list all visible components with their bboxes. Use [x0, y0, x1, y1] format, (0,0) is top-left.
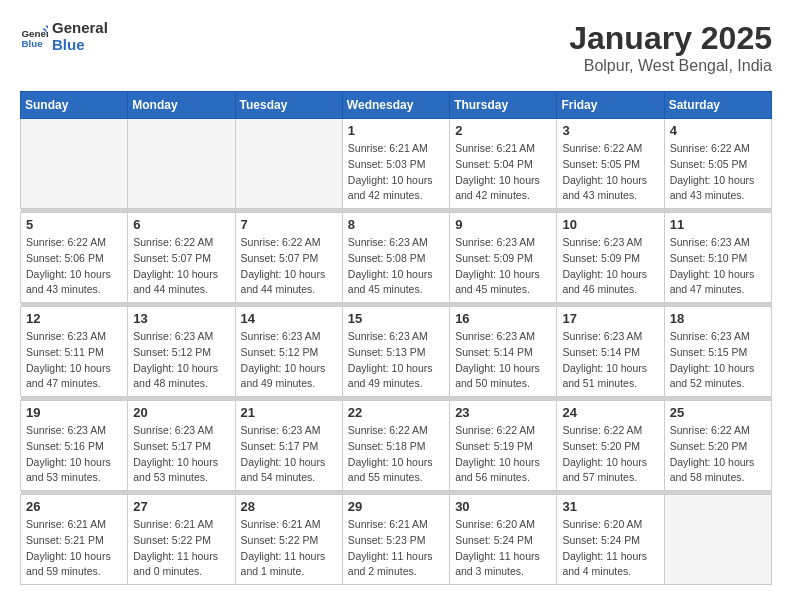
day-info: Sunrise: 6:22 AMSunset: 5:05 PMDaylight:…	[670, 141, 766, 204]
day-number: 14	[241, 311, 337, 326]
day-number: 19	[26, 405, 122, 420]
day-info: Sunrise: 6:23 AMSunset: 5:11 PMDaylight:…	[26, 329, 122, 392]
day-info: Sunrise: 6:21 AMSunset: 5:03 PMDaylight:…	[348, 141, 444, 204]
header-monday: Monday	[128, 92, 235, 119]
table-row: 24Sunrise: 6:22 AMSunset: 5:20 PMDayligh…	[557, 401, 664, 491]
day-info: Sunrise: 6:21 AMSunset: 5:22 PMDaylight:…	[133, 517, 229, 580]
day-number: 9	[455, 217, 551, 232]
table-row: 22Sunrise: 6:22 AMSunset: 5:18 PMDayligh…	[342, 401, 449, 491]
location-title: Bolpur, West Bengal, India	[569, 57, 772, 75]
table-row: 1Sunrise: 6:21 AMSunset: 5:03 PMDaylight…	[342, 119, 449, 209]
day-number: 11	[670, 217, 766, 232]
table-row: 7Sunrise: 6:22 AMSunset: 5:07 PMDaylight…	[235, 213, 342, 303]
day-info: Sunrise: 6:22 AMSunset: 5:18 PMDaylight:…	[348, 423, 444, 486]
table-row	[664, 495, 771, 585]
table-row: 9Sunrise: 6:23 AMSunset: 5:09 PMDaylight…	[450, 213, 557, 303]
day-info: Sunrise: 6:23 AMSunset: 5:15 PMDaylight:…	[670, 329, 766, 392]
day-info: Sunrise: 6:22 AMSunset: 5:20 PMDaylight:…	[670, 423, 766, 486]
day-number: 23	[455, 405, 551, 420]
day-info: Sunrise: 6:22 AMSunset: 5:07 PMDaylight:…	[133, 235, 229, 298]
day-number: 6	[133, 217, 229, 232]
header-wednesday: Wednesday	[342, 92, 449, 119]
day-number: 31	[562, 499, 658, 514]
calendar-header-row: Sunday Monday Tuesday Wednesday Thursday…	[21, 92, 772, 119]
table-row: 26Sunrise: 6:21 AMSunset: 5:21 PMDayligh…	[21, 495, 128, 585]
table-row: 30Sunrise: 6:20 AMSunset: 5:24 PMDayligh…	[450, 495, 557, 585]
header-friday: Friday	[557, 92, 664, 119]
day-number: 15	[348, 311, 444, 326]
day-info: Sunrise: 6:21 AMSunset: 5:22 PMDaylight:…	[241, 517, 337, 580]
day-info: Sunrise: 6:22 AMSunset: 5:05 PMDaylight:…	[562, 141, 658, 204]
table-row: 21Sunrise: 6:23 AMSunset: 5:17 PMDayligh…	[235, 401, 342, 491]
day-number: 10	[562, 217, 658, 232]
logo-text-blue: Blue	[52, 36, 85, 53]
day-info: Sunrise: 6:22 AMSunset: 5:19 PMDaylight:…	[455, 423, 551, 486]
day-number: 21	[241, 405, 337, 420]
page-header: General Blue General Blue January 2025 B…	[20, 20, 772, 75]
table-row: 25Sunrise: 6:22 AMSunset: 5:20 PMDayligh…	[664, 401, 771, 491]
day-info: Sunrise: 6:21 AMSunset: 5:23 PMDaylight:…	[348, 517, 444, 580]
logo-icon: General Blue	[20, 23, 48, 51]
table-row: 3Sunrise: 6:22 AMSunset: 5:05 PMDaylight…	[557, 119, 664, 209]
day-number: 16	[455, 311, 551, 326]
day-number: 13	[133, 311, 229, 326]
logo-text-general: General	[52, 19, 108, 36]
day-number: 2	[455, 123, 551, 138]
day-info: Sunrise: 6:23 AMSunset: 5:14 PMDaylight:…	[455, 329, 551, 392]
header-sunday: Sunday	[21, 92, 128, 119]
day-info: Sunrise: 6:23 AMSunset: 5:17 PMDaylight:…	[241, 423, 337, 486]
day-number: 7	[241, 217, 337, 232]
day-info: Sunrise: 6:22 AMSunset: 5:07 PMDaylight:…	[241, 235, 337, 298]
day-info: Sunrise: 6:23 AMSunset: 5:08 PMDaylight:…	[348, 235, 444, 298]
table-row: 19Sunrise: 6:23 AMSunset: 5:16 PMDayligh…	[21, 401, 128, 491]
table-row: 10Sunrise: 6:23 AMSunset: 5:09 PMDayligh…	[557, 213, 664, 303]
table-row: 23Sunrise: 6:22 AMSunset: 5:19 PMDayligh…	[450, 401, 557, 491]
day-info: Sunrise: 6:21 AMSunset: 5:04 PMDaylight:…	[455, 141, 551, 204]
day-number: 12	[26, 311, 122, 326]
table-row: 31Sunrise: 6:20 AMSunset: 5:24 PMDayligh…	[557, 495, 664, 585]
table-row: 12Sunrise: 6:23 AMSunset: 5:11 PMDayligh…	[21, 307, 128, 397]
day-number: 4	[670, 123, 766, 138]
day-info: Sunrise: 6:23 AMSunset: 5:12 PMDaylight:…	[133, 329, 229, 392]
day-number: 27	[133, 499, 229, 514]
day-info: Sunrise: 6:23 AMSunset: 5:09 PMDaylight:…	[455, 235, 551, 298]
day-number: 17	[562, 311, 658, 326]
table-row: 8Sunrise: 6:23 AMSunset: 5:08 PMDaylight…	[342, 213, 449, 303]
table-row: 17Sunrise: 6:23 AMSunset: 5:14 PMDayligh…	[557, 307, 664, 397]
day-info: Sunrise: 6:20 AMSunset: 5:24 PMDaylight:…	[455, 517, 551, 580]
day-number: 1	[348, 123, 444, 138]
logo: General Blue General Blue	[20, 20, 108, 53]
table-row: 29Sunrise: 6:21 AMSunset: 5:23 PMDayligh…	[342, 495, 449, 585]
day-info: Sunrise: 6:23 AMSunset: 5:09 PMDaylight:…	[562, 235, 658, 298]
table-row: 6Sunrise: 6:22 AMSunset: 5:07 PMDaylight…	[128, 213, 235, 303]
calendar-week-row: 1Sunrise: 6:21 AMSunset: 5:03 PMDaylight…	[21, 119, 772, 209]
day-number: 28	[241, 499, 337, 514]
table-row: 2Sunrise: 6:21 AMSunset: 5:04 PMDaylight…	[450, 119, 557, 209]
day-info: Sunrise: 6:23 AMSunset: 5:14 PMDaylight:…	[562, 329, 658, 392]
day-number: 25	[670, 405, 766, 420]
table-row: 13Sunrise: 6:23 AMSunset: 5:12 PMDayligh…	[128, 307, 235, 397]
table-row	[128, 119, 235, 209]
table-row: 11Sunrise: 6:23 AMSunset: 5:10 PMDayligh…	[664, 213, 771, 303]
day-info: Sunrise: 6:23 AMSunset: 5:12 PMDaylight:…	[241, 329, 337, 392]
calendar-table: Sunday Monday Tuesday Wednesday Thursday…	[20, 91, 772, 585]
table-row: 20Sunrise: 6:23 AMSunset: 5:17 PMDayligh…	[128, 401, 235, 491]
day-number: 8	[348, 217, 444, 232]
table-row: 27Sunrise: 6:21 AMSunset: 5:22 PMDayligh…	[128, 495, 235, 585]
day-number: 18	[670, 311, 766, 326]
calendar-week-row: 5Sunrise: 6:22 AMSunset: 5:06 PMDaylight…	[21, 213, 772, 303]
table-row: 28Sunrise: 6:21 AMSunset: 5:22 PMDayligh…	[235, 495, 342, 585]
table-row: 14Sunrise: 6:23 AMSunset: 5:12 PMDayligh…	[235, 307, 342, 397]
svg-text:Blue: Blue	[21, 37, 43, 48]
table-row	[235, 119, 342, 209]
day-number: 29	[348, 499, 444, 514]
month-title: January 2025	[569, 20, 772, 57]
day-info: Sunrise: 6:23 AMSunset: 5:17 PMDaylight:…	[133, 423, 229, 486]
table-row: 16Sunrise: 6:23 AMSunset: 5:14 PMDayligh…	[450, 307, 557, 397]
calendar-week-row: 26Sunrise: 6:21 AMSunset: 5:21 PMDayligh…	[21, 495, 772, 585]
table-row: 18Sunrise: 6:23 AMSunset: 5:15 PMDayligh…	[664, 307, 771, 397]
header-tuesday: Tuesday	[235, 92, 342, 119]
day-number: 5	[26, 217, 122, 232]
table-row	[21, 119, 128, 209]
day-number: 22	[348, 405, 444, 420]
